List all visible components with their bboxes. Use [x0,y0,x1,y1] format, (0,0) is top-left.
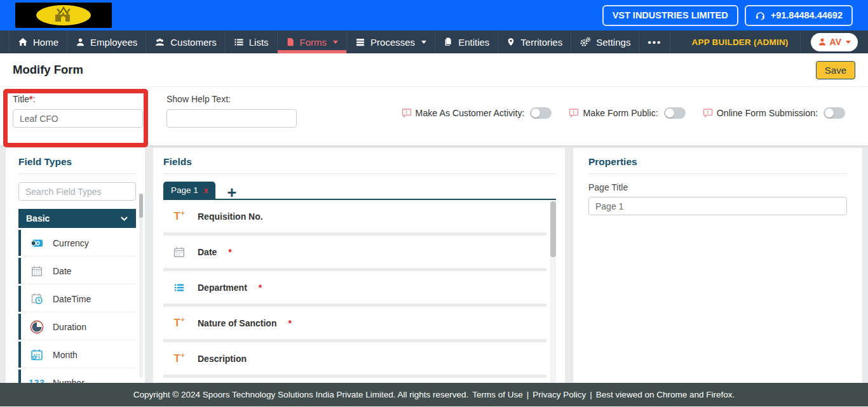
fields-heading: Fields [163,156,556,174]
field-type-duration[interactable]: Duration [18,314,136,340]
lists-icon [234,37,244,47]
nav-item-territories[interactable]: Territories [498,30,571,53]
toggle-label: Make As Customer Activity: [416,108,525,118]
calendar-icon [29,265,44,277]
settings-gears-icon [580,37,591,47]
field-types-scrollbar[interactable] [139,194,143,378]
field-type-date[interactable]: Date [18,258,136,284]
toggle-label: Online Form Submission: [717,108,818,118]
company-logo[interactable] [15,3,112,28]
field-row-department[interactable]: Department * [163,271,546,307]
chevron-down-icon [120,215,128,223]
employees-icon [76,37,85,47]
toggle-switch-form-public[interactable] [664,107,686,119]
number-123-icon: 123 [29,378,44,383]
caret-down-icon [421,41,426,44]
toggle-make-form-public: ! Make Form Public: [569,107,685,119]
title-input[interactable] [13,109,143,128]
info-bubble-icon: ! [402,108,412,118]
page-title: Modify Form [13,63,83,77]
terms-of-use-link[interactable]: Terms of Use [472,390,523,399]
search-field-types-input[interactable] [18,182,136,201]
caret-down-icon [333,41,338,44]
fields-scrollbar[interactable] [550,201,556,383]
calendar-clock-icon [29,293,44,305]
title-field-group: Title*: [13,94,143,128]
nav-label: Territories [520,37,562,48]
user-icon [818,37,827,46]
toggle-online-form-submission: ! Online Form Submission: [703,107,845,119]
divider: | [527,390,529,399]
toggle-label: Make Form Public: [583,108,658,118]
required-asterisk: * [288,318,291,328]
entities-icon [444,37,453,47]
nav-item-forms[interactable]: Forms [278,30,348,53]
tab-page-1[interactable]: Page 1 x [163,182,215,199]
vst-logo-icon [34,4,93,26]
phone-button[interactable]: +91.84484.44692 [745,5,853,26]
tab-label: Page 1 [171,185,198,195]
svg-text:!: ! [405,109,407,116]
toggle-switch-online-submission[interactable] [824,107,845,119]
info-bubble-icon: ! [569,108,579,118]
nav-label: Forms [300,37,327,48]
field-row-nature-of-sanction[interactable]: T+ Nature of Sanction * [163,307,546,342]
field-row-description[interactable]: T+ Description [163,342,546,378]
main-content: Field Types Basic Currency Date [0,145,868,383]
processes-icon [355,37,365,47]
field-row-date[interactable]: Date * [163,236,546,271]
customers-icon [154,37,165,47]
phone-number: +91.84484.44692 [771,10,843,20]
currency-icon [29,239,44,248]
list-icon [172,283,187,293]
field-types-group-basic[interactable]: Basic [18,209,136,228]
nav-item-more[interactable]: ••• [639,30,670,53]
field-type-datetime[interactable]: DateTime [18,286,136,312]
best-viewed-text: Best viewed on Chrome and Firefox. [596,390,735,399]
user-menu-button[interactable]: AV [811,33,858,51]
page-title-input[interactable] [588,197,847,215]
nav-item-lists[interactable]: Lists [226,30,278,53]
nav-item-settings[interactable]: Settings [571,30,639,53]
calendar-icon [172,246,187,258]
nav-label: Customers [170,37,217,48]
nav-label: Settings [596,37,630,48]
month-calendar-icon [29,349,44,361]
field-type-month[interactable]: Month [18,342,136,368]
help-text-field-group: Show Help Text: [166,94,297,128]
required-asterisk: * [259,283,262,293]
toggle-switch-customer-activity[interactable] [530,107,552,119]
field-row-requisition-no[interactable]: T+ Requisition No. [163,200,546,236]
page-title-label: Page Title [588,182,847,192]
nav-item-customers[interactable]: Customers [146,30,226,53]
field-types-heading: Field Types [18,156,136,174]
nav-item-home[interactable]: Home [9,30,67,53]
footer: Copyright © 2024 Spoors Technology Solut… [0,383,868,406]
field-type-currency[interactable]: Currency [18,230,136,256]
role-label: APP BUILDER (ADMIN) [692,37,789,47]
nav-item-processes[interactable]: Processes [347,30,435,53]
privacy-policy-link[interactable]: Privacy Policy [532,390,586,399]
close-tab-icon[interactable]: x [204,187,208,194]
help-text-input[interactable] [166,109,297,128]
title-label: Title*: [13,94,143,104]
field-type-number[interactable]: 123 Number [18,370,136,383]
save-button[interactable]: Save [816,61,855,79]
nav-label: Employees [90,37,137,48]
nav-label: Lists [249,37,269,48]
add-page-icon[interactable]: + [227,186,236,199]
help-text-label: Show Help Text: [166,94,297,104]
divider: | [590,390,592,399]
nav-item-entities[interactable]: Entities [435,30,498,53]
company-name-button[interactable]: VST INDUSTRIES LIMITED [602,5,738,26]
text-input-icon: T+ [172,317,187,328]
group-label: Basic [26,213,50,224]
form-header-section: Modify Form Save Title*: Show Help Text:… [0,53,868,145]
topbar: VST INDUSTRIES LIMITED +91.84484.44692 [0,0,868,30]
nav-item-employees[interactable]: Employees [67,30,146,53]
territories-icon [506,37,515,47]
svg-text:!: ! [573,109,575,116]
field-types-panel: Field Types Basic Currency Date [6,148,145,383]
nav-label: Home [33,37,58,48]
nav-label: Entities [458,37,489,48]
